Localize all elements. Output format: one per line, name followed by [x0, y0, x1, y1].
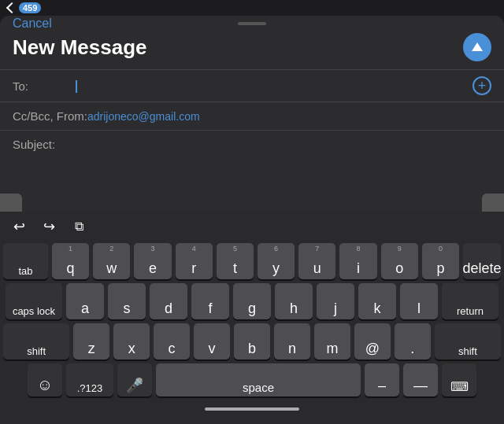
keyboard-toolbar: ↩ ↪ ⧉ — [0, 212, 504, 241]
key-y[interactable]: 6y — [258, 243, 295, 279]
undo-button[interactable]: ↩ — [8, 216, 30, 238]
key-s[interactable]: s — [108, 283, 146, 319]
drag-handle[interactable] — [238, 22, 266, 25]
send-button[interactable] — [463, 33, 491, 61]
tab-key[interactable]: tab — [3, 243, 48, 279]
cc-label: Cc/Bcc, From: — [13, 109, 87, 123]
key-w[interactable]: 2w — [93, 243, 130, 279]
key-row-1: tab 1q 2w 3e 4r 5t 6y 7u 8i 9o 0p delete — [3, 243, 501, 279]
back-arrow-icon — [6, 2, 17, 13]
key-k[interactable]: k — [358, 283, 396, 319]
compose-title: New Message — [13, 35, 147, 60]
emoji-key[interactable]: ☺ — [28, 363, 62, 396]
add-recipient-button[interactable]: + — [472, 76, 491, 95]
key-t[interactable]: 5t — [217, 243, 254, 279]
key-j[interactable]: j — [317, 283, 354, 319]
key-b[interactable]: b — [234, 323, 270, 359]
back-button[interactable]: 459 — [8, 2, 41, 13]
key-period[interactable]: . — [395, 323, 431, 359]
key-row-3: shift z x c v b n m @ . shift — [3, 323, 501, 359]
key-d[interactable]: d — [150, 283, 187, 319]
space-key[interactable]: space — [156, 363, 361, 396]
mic-key[interactable]: 🎤 — [117, 363, 152, 396]
key-m[interactable]: m — [314, 323, 350, 359]
cc-field-row[interactable]: Cc/Bcc, From: adrijoneco@gmail.com — [0, 101, 504, 130]
redo-button[interactable]: ↪ — [38, 216, 60, 238]
cc-email-value: adrijoneco@gmail.com — [87, 110, 491, 123]
key-g[interactable]: g — [233, 283, 271, 319]
redo-icon: ↪ — [43, 218, 55, 235]
number-key[interactable]: .?123 — [66, 363, 113, 396]
right-shift-key[interactable]: shift — [435, 323, 501, 359]
key-q[interactable]: 1q — [52, 243, 89, 279]
en-dash-key[interactable]: – — [365, 363, 399, 396]
caps-lock-key[interactable]: caps lock — [6, 283, 62, 319]
key-at[interactable]: @ — [354, 323, 391, 359]
key-h[interactable]: h — [275, 283, 313, 319]
cursor — [76, 80, 77, 93]
key-rows: tab 1q 2w 3e 4r 5t 6y 7u 8i 9o 0p delete… — [0, 241, 504, 402]
badge-count: 459 — [19, 2, 41, 13]
home-bar — [205, 407, 299, 411]
key-r[interactable]: 4r — [176, 243, 213, 279]
key-l[interactable]: l — [400, 283, 438, 319]
keyboard: ↩ ↪ ⧉ tab 1q 2w 3e 4r 5t 6y 7u 8i 9o 0p … — [0, 212, 504, 424]
send-icon — [472, 42, 483, 51]
paste-icon: ⧉ — [75, 219, 83, 234]
compose-area: Cancel New Message To: + Cc/Bcc, From: a… — [0, 16, 504, 221]
top-bar: Cancel — [0, 16, 504, 28]
status-bar: 459 — [0, 0, 504, 16]
key-i[interactable]: 8i — [339, 243, 376, 279]
return-key[interactable]: return — [442, 283, 498, 319]
em-dash-key[interactable]: — — [403, 363, 438, 396]
keyboard-dismiss-key[interactable]: ⌨ — [442, 363, 476, 396]
key-v[interactable]: v — [194, 323, 230, 359]
key-e[interactable]: 3e — [134, 243, 171, 279]
key-row-4: ☺ .?123 🎤 space – — ⌨ — [3, 363, 501, 396]
header-row: New Message — [0, 28, 504, 69]
key-x[interactable]: x — [113, 323, 150, 359]
to-label: To: — [13, 79, 76, 93]
subject-label: Subject: — [13, 138, 76, 151]
key-u[interactable]: 7u — [298, 243, 335, 279]
subject-field-row[interactable]: Subject: — [0, 130, 504, 158]
key-c[interactable]: c — [154, 323, 190, 359]
key-z[interactable]: z — [73, 323, 109, 359]
key-n[interactable]: n — [274, 323, 310, 359]
key-a[interactable]: a — [66, 283, 104, 319]
key-p[interactable]: 0p — [422, 243, 459, 279]
key-row-2: caps lock a s d f g h j k l return — [3, 283, 501, 319]
cancel-button[interactable]: Cancel — [13, 17, 52, 31]
home-indicator — [0, 402, 504, 416]
to-input[interactable] — [76, 79, 472, 93]
undo-icon: ↩ — [13, 218, 25, 235]
delete-key[interactable]: delete — [463, 243, 501, 279]
paste-button[interactable]: ⧉ — [68, 216, 90, 238]
key-f[interactable]: f — [191, 283, 229, 319]
key-o[interactable]: 9o — [381, 243, 418, 279]
to-field-row[interactable]: To: + — [0, 69, 504, 101]
left-shift-key[interactable]: shift — [3, 323, 69, 359]
